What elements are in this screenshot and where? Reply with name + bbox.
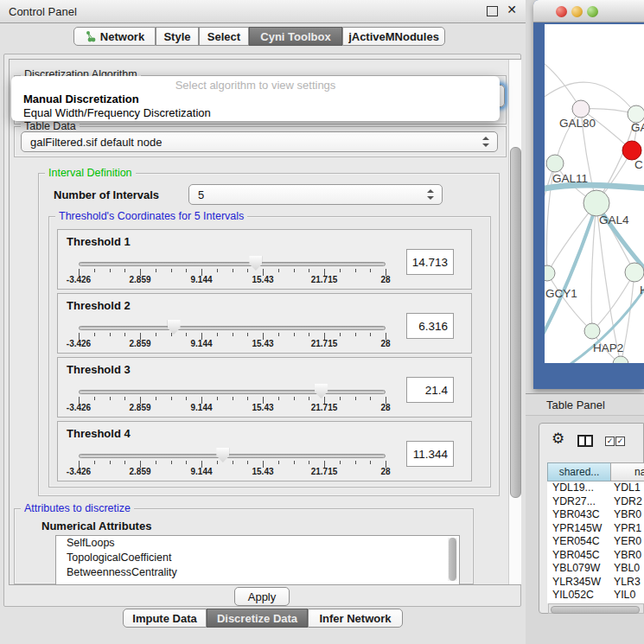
tab-jactivemnodules[interactable]: jActiveMNodules xyxy=(342,27,445,46)
close-icon[interactable]: ✕ xyxy=(507,4,517,15)
tab-label: Infer Network xyxy=(319,612,391,625)
slider-track[interactable] xyxy=(79,326,386,330)
tick-mark xyxy=(124,461,125,464)
table-row[interactable]: YBL079WYBL0 xyxy=(547,562,644,576)
network-node-gal80[interactable] xyxy=(572,100,590,118)
threshold-value-field[interactable]: 11.344 xyxy=(406,441,454,467)
list-item[interactable]: TopologicalCoefficient xyxy=(56,551,459,565)
slider-thumb[interactable] xyxy=(168,320,181,335)
slider-track[interactable] xyxy=(79,390,386,394)
table-row[interactable]: YDL19...YDL1 xyxy=(547,481,644,495)
network-edge[interactable] xyxy=(545,59,581,109)
close-traffic-light-icon[interactable] xyxy=(556,6,567,17)
network-node-unlabeled[interactable] xyxy=(613,356,628,363)
table-row[interactable]: YDR27...YDR2 xyxy=(547,495,644,509)
cell-name: YPR1 xyxy=(614,522,641,536)
table-row[interactable]: YIL052CYIL0 xyxy=(547,589,644,603)
table-row[interactable]: YBR045CYBR0 xyxy=(547,549,644,563)
numerical-attributes-list[interactable]: SelfLoopsTopologicalCoefficientBetweenne… xyxy=(55,535,460,585)
tab-discretize-data[interactable]: Discretize Data xyxy=(207,609,308,628)
slider-thumb[interactable] xyxy=(315,384,328,399)
threshold-value-field[interactable]: 14.713 xyxy=(406,249,454,275)
tab-select[interactable]: Select xyxy=(199,27,249,46)
table-data-combobox[interactable]: galFiltered.sif default node xyxy=(21,131,498,152)
slider-track[interactable] xyxy=(79,454,386,458)
scrollbar-thumb[interactable] xyxy=(510,147,521,498)
tick-label: 15.43 xyxy=(252,467,273,476)
network-node-gal11[interactable] xyxy=(546,155,564,172)
number-of-intervals-combobox[interactable]: 5 xyxy=(188,184,443,205)
attributes-group-label: Attributes to discretize xyxy=(21,502,134,514)
tick-mark xyxy=(278,269,279,272)
attributes-list-scrollbar[interactable] xyxy=(448,538,457,581)
tick-mark xyxy=(186,461,187,464)
threshold-box-2: Threshold 2-3.4262.8599.14415.4321.71528… xyxy=(57,293,472,354)
table-row[interactable]: YLR345WYLR3 xyxy=(547,576,644,590)
threshold-label: Threshold 2 xyxy=(67,299,131,312)
tab-impute-data[interactable]: Impute Data xyxy=(123,609,207,628)
tick-mark xyxy=(370,333,371,336)
tick-label: 9.144 xyxy=(190,403,212,412)
network-canvas[interactable]: GAL80GACGAL11GAL4GCY1HHAP2 xyxy=(545,24,644,363)
zoom-traffic-light-icon[interactable] xyxy=(587,6,598,17)
network-node-c[interactable] xyxy=(622,141,641,160)
tick-mark xyxy=(370,461,371,464)
network-node-h[interactable] xyxy=(625,263,644,282)
popup-item-equal-width-frequency[interactable]: Equal Width/Frequency Discretization xyxy=(14,106,497,120)
network-node-label: GAL80 xyxy=(559,117,596,130)
table-header-shared-name[interactable]: shared... xyxy=(547,462,611,481)
table-row[interactable]: YBR043CYBR0 xyxy=(547,508,644,522)
network-window-titlebar[interactable] xyxy=(533,0,644,22)
tick-mark xyxy=(233,397,233,400)
tick-mark xyxy=(233,269,233,272)
tick-mark xyxy=(217,461,218,464)
cell-shared-name: YER054C xyxy=(552,535,600,549)
scrollbar-thumb[interactable] xyxy=(551,606,640,614)
checkbox-icon[interactable]: ✓ xyxy=(605,437,615,446)
horizontal-scrollbar[interactable] xyxy=(548,603,644,614)
scrollbar-thumb[interactable] xyxy=(449,538,456,581)
apply-button[interactable]: Apply xyxy=(234,587,290,606)
gear-icon[interactable]: ⚙ xyxy=(552,431,564,446)
float-window-icon[interactable] xyxy=(487,6,498,16)
tab-cyni-toolbox[interactable]: Cyni Toolbox xyxy=(249,27,342,46)
threshold-value-field[interactable]: 6.316 xyxy=(406,313,454,339)
table-panel-titlebar: Table Panel xyxy=(526,393,644,416)
tab-infer-network[interactable]: Infer Network xyxy=(308,609,403,628)
network-edge[interactable] xyxy=(547,273,592,331)
network-edge[interactable] xyxy=(545,82,636,114)
vertical-scrollbar[interactable] xyxy=(508,60,521,584)
cell-shared-name: YDR27... xyxy=(552,495,596,509)
tick-mark xyxy=(110,269,111,272)
column-header-label: na xyxy=(611,466,644,478)
node-table-body[interactable]: YDL19...YDL1YDR27...YDR2YBR043CYBR0YPR14… xyxy=(547,481,644,603)
table-row[interactable]: YPR145WYPR1 xyxy=(547,522,644,536)
table-header-name[interactable]: na xyxy=(610,462,644,481)
network-node-hap2[interactable] xyxy=(584,323,600,339)
network-node-label: GAL4 xyxy=(599,214,629,226)
network-node-gal4[interactable] xyxy=(583,190,609,216)
tab-style[interactable]: Style xyxy=(156,27,199,46)
list-item[interactable]: BetweennessCentrality xyxy=(56,565,459,580)
slider-thumb[interactable] xyxy=(216,448,229,462)
threshold-value-field[interactable]: 21.4 xyxy=(406,377,454,403)
tick-mark xyxy=(217,333,218,336)
checkbox-icon[interactable]: ✓ xyxy=(615,437,625,446)
slider-track[interactable] xyxy=(79,262,386,266)
tick-label: 9.144 xyxy=(190,339,212,348)
popup-item-manual-discretization[interactable]: Manual Discretization xyxy=(14,92,497,106)
tick-mark xyxy=(294,397,295,400)
network-edge-thick[interactable] xyxy=(545,185,644,190)
tick-mark xyxy=(156,269,156,272)
split-columns-icon[interactable] xyxy=(577,435,593,447)
cell-name: YLR3 xyxy=(614,576,641,590)
network-node-ga[interactable] xyxy=(628,105,644,123)
table-row[interactable]: YER054CYER0 xyxy=(547,535,644,549)
network-node-gcy1[interactable] xyxy=(545,265,555,281)
tick-mark xyxy=(171,333,172,336)
minimize-traffic-light-icon[interactable] xyxy=(571,6,583,17)
tick-mark xyxy=(124,333,125,336)
tab-network[interactable]: Network xyxy=(73,27,156,46)
list-item[interactable]: SelfLoops xyxy=(56,536,459,551)
slider-thumb[interactable] xyxy=(249,256,262,271)
